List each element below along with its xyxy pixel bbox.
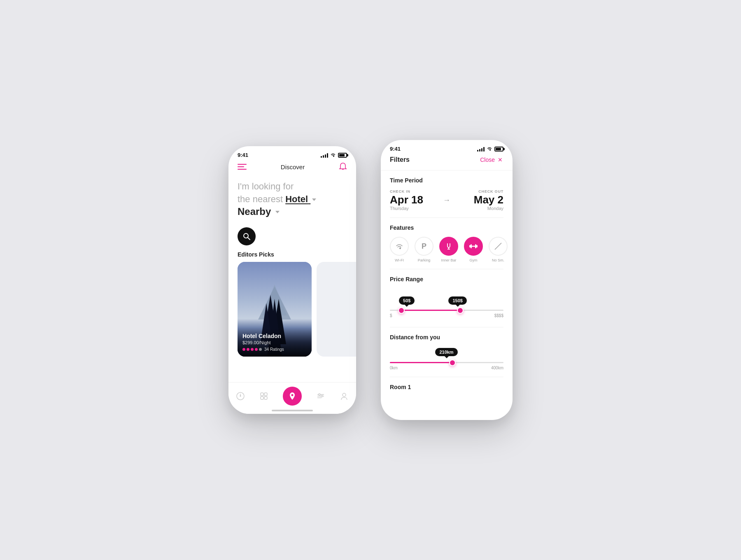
- hero-text-line1: I'm looking for: [238, 180, 347, 193]
- svg-point-20: [321, 395, 323, 397]
- price-thumb-min[interactable]: [398, 307, 405, 314]
- nav-grid[interactable]: [259, 392, 268, 401]
- price-min-label: $: [390, 313, 392, 318]
- feature-no-smoking[interactable]: No Sm.: [489, 237, 508, 262]
- check-in-block[interactable]: CHECK IN Apr 18 Thursday: [390, 189, 436, 211]
- close-button[interactable]: Close ✕: [480, 156, 503, 163]
- nosmoking-icon: [494, 242, 503, 251]
- hotel-dropdown[interactable]: Hotel: [285, 194, 316, 204]
- profile-icon: [340, 392, 349, 401]
- price-thumb-max[interactable]: [457, 307, 464, 314]
- close-x-icon: ✕: [497, 156, 503, 163]
- nav-filter[interactable]: [316, 392, 325, 401]
- distance-title: Distance from you: [390, 334, 503, 341]
- svg-rect-13: [261, 397, 263, 399]
- feature-parking[interactable]: P Parking: [415, 237, 433, 262]
- check-out-date: May 2: [457, 194, 503, 205]
- price-max-label: $$$$: [494, 313, 503, 318]
- gym-icon: [469, 243, 478, 249]
- status-bar-right: 9:41: [381, 140, 513, 154]
- wifi-label: WI-FI: [395, 258, 404, 262]
- svg-line-29: [495, 243, 501, 250]
- feature-inner-bar[interactable]: Inner Bar: [439, 237, 458, 262]
- wifi-feature-icon: [395, 243, 404, 250]
- distance-min-label: 0km: [390, 366, 398, 370]
- hotel-card-overlay: Hotel Celadon $299.00/Night 34 Ratings: [238, 328, 312, 357]
- filters-title: Filters: [390, 156, 410, 163]
- gym-label: Gym: [470, 258, 478, 262]
- room-section: Room 1: [390, 377, 503, 403]
- distance-slider-fill: [390, 362, 452, 363]
- date-arrow: →: [443, 196, 450, 205]
- svg-rect-11: [261, 393, 263, 396]
- nav-profile[interactable]: [340, 392, 349, 401]
- cards-container: Hotel Celadon $299.00/Night 34 Ratings: [228, 262, 356, 357]
- nav-compass[interactable]: [236, 392, 245, 401]
- hero-text-line2: the nearest Hotel: [238, 193, 347, 206]
- check-out-block[interactable]: CHECK OUT May 2 Monday: [457, 189, 503, 211]
- search-icon: [242, 232, 251, 240]
- nosmoking-feature-circle: [489, 237, 508, 256]
- search-hero: I'm looking for the nearest Hotel Nearby: [228, 176, 356, 224]
- nearby-dropdown[interactable]: Nearby: [238, 206, 347, 217]
- features-section: Features WI-FI P: [390, 218, 503, 269]
- check-in-date: Apr 18: [390, 194, 436, 205]
- distance-slider-labels: 0km 400km: [390, 366, 503, 370]
- distance-thumb[interactable]: [449, 359, 456, 366]
- nearby-dropdown-arrow: [275, 211, 280, 213]
- bell-icon[interactable]: [339, 162, 347, 171]
- search-button[interactable]: [238, 227, 256, 245]
- filters-header: Filters Close ✕: [381, 154, 513, 170]
- discover-title: Discover: [281, 163, 305, 170]
- time-period-section: Time Period CHECK IN Apr 18 Thursday → C…: [390, 170, 503, 218]
- price-max-tooltip: 150$: [448, 296, 466, 305]
- price-min-tooltip: 50$: [399, 296, 415, 305]
- rating-dots: [242, 348, 262, 351]
- room-title: Room 1: [390, 384, 503, 390]
- svg-point-21: [343, 393, 346, 397]
- distance-slider-track[interactable]: [390, 362, 503, 363]
- hotel-card-main[interactable]: Hotel Celadon $299.00/Night 34 Ratings: [238, 262, 312, 357]
- filters-content: Time Period CHECK IN Apr 18 Thursday → C…: [381, 170, 513, 403]
- status-icons-left: [321, 153, 347, 158]
- svg-rect-25: [476, 245, 478, 247]
- status-icons-right: [477, 147, 503, 152]
- status-time-right: 9:41: [390, 146, 401, 152]
- wifi-icon-left: [330, 153, 336, 157]
- svg-rect-24: [469, 245, 471, 247]
- bar-feature-circle: [439, 237, 458, 256]
- nav-location[interactable]: [283, 387, 302, 406]
- price-range-section: Price Range 50$ 150$ $ $$$$: [390, 269, 503, 327]
- svg-point-19: [319, 394, 320, 395]
- feature-wifi[interactable]: WI-FI: [390, 237, 409, 262]
- hotel-ratings: 34 Ratings: [242, 347, 307, 352]
- gym-feature-circle: [464, 237, 483, 256]
- price-range-title: Price Range: [390, 276, 503, 282]
- distance-section: Distance from you 210km 0km 400km: [390, 327, 503, 377]
- check-in-label: CHECK IN: [390, 189, 436, 194]
- location-icon: [288, 392, 297, 401]
- hotel-name: Hotel Celadon: [242, 333, 307, 339]
- parking-label: Parking: [418, 258, 431, 262]
- time-period-row: CHECK IN Apr 18 Thursday → CHECK OUT May…: [390, 189, 503, 211]
- hotel-card-peek[interactable]: [317, 262, 356, 357]
- hamburger-icon[interactable]: [238, 164, 247, 170]
- svg-rect-14: [264, 397, 267, 399]
- home-indicator: [272, 410, 313, 411]
- check-out-day: Monday: [457, 206, 503, 211]
- rating-count: 34 Ratings: [264, 347, 284, 352]
- battery-icon-left: [338, 153, 347, 158]
- wifi-feature-circle: [390, 237, 409, 256]
- price-slider-track[interactable]: [390, 310, 503, 311]
- status-bar-left: 9:41: [228, 146, 356, 161]
- price-slider-fill: [401, 310, 461, 311]
- time-period-title: Time Period: [390, 177, 503, 184]
- signal-bars-right: [477, 147, 485, 152]
- distance-tooltip: 210km: [435, 348, 457, 356]
- grid-icon: [259, 392, 268, 401]
- hotel-price: $299.00/Night: [242, 340, 307, 345]
- wifi-icon-right: [487, 147, 492, 151]
- battery-icon-right: [494, 147, 503, 152]
- parking-feature-circle: P: [415, 237, 433, 256]
- feature-gym[interactable]: Gym: [464, 237, 483, 262]
